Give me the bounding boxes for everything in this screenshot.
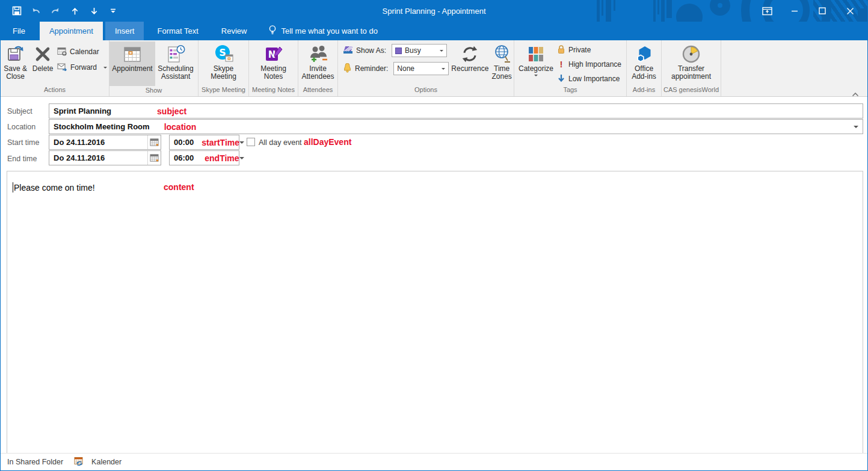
transfer-appointment-button[interactable]: Transfer appointment: [663, 42, 719, 81]
high-importance-button[interactable]: ! High Importance: [555, 59, 623, 70]
actions-small-column: Calendar Forward: [55, 42, 109, 73]
forward-button[interactable]: Forward: [55, 62, 109, 73]
undo-icon[interactable]: [31, 5, 42, 16]
office-addins-icon: [635, 43, 654, 65]
time-zones-icon: [493, 43, 511, 65]
delete-icon: [34, 43, 51, 65]
start-time-input[interactable]: 00:00 startTime: [169, 135, 239, 150]
meeting-notes-button[interactable]: N Meeting Notes: [251, 42, 297, 81]
status-folder[interactable]: Kalender: [91, 458, 122, 466]
end-time-value: 06:00: [174, 153, 194, 162]
ribbon-group-attendees: Invite Attendees Attendees: [298, 40, 338, 96]
customize-quick-access-icon[interactable]: [108, 5, 119, 16]
delete-button[interactable]: Delete: [30, 42, 55, 73]
reminder-label: Reminder:: [355, 64, 388, 73]
titlebar: Sprint Planning - Appointment: [1, 0, 867, 22]
appointment-form: Subject Sprint Planning subject Location…: [1, 97, 867, 171]
time-zones-label: Time Zones: [491, 65, 512, 81]
ribbon-group-cas: Transfer appointment CAS genesisWorld: [662, 40, 721, 96]
ribbon-display-options-icon[interactable]: [753, 0, 781, 22]
office-addins-button[interactable]: Office Add-ins: [628, 42, 660, 81]
appointment-body-editor[interactable]: Please come on time! content: [7, 171, 863, 454]
recurrence-label: Recurrence: [451, 65, 488, 73]
location-dropdown-caret-icon[interactable]: [854, 126, 858, 128]
tab-format-text[interactable]: Format Text: [147, 22, 208, 40]
close-icon[interactable]: [836, 0, 864, 22]
private-button[interactable]: Private: [555, 45, 623, 55]
busy-color-swatch: [395, 48, 402, 54]
invite-attendees-button[interactable]: Invite Attendees: [300, 42, 337, 81]
tell-me-box[interactable]: Tell me what you want to do: [268, 22, 377, 40]
ribbon-group-tags: Categorize Private ! High Importance: [514, 40, 627, 96]
reminder-dropdown[interactable]: None: [393, 62, 449, 75]
appointment-view-label: Appointment: [112, 65, 152, 73]
tab-review[interactable]: Review: [212, 22, 257, 40]
reminder-value: None: [397, 64, 414, 73]
appointment-view-icon: [123, 43, 142, 65]
show-as-value: Busy: [405, 46, 421, 55]
status-bar: In Shared Folder Kalender: [1, 453, 867, 470]
lightbulb-icon: [268, 25, 277, 37]
save-close-icon: [7, 43, 25, 65]
group-label-notes: Meeting Notes: [249, 85, 298, 96]
start-time-value: 00:00: [174, 138, 194, 147]
transfer-appointment-icon: [682, 43, 701, 65]
group-label-cas: CAS genesisWorld: [662, 85, 721, 96]
show-as-label: Show As:: [356, 46, 386, 55]
subject-value: Sprint Planning: [54, 106, 111, 115]
location-input[interactable]: Stockholm Meeting Room location: [49, 119, 863, 134]
office-addins-label: Office Add-ins: [630, 65, 659, 81]
all-day-checkbox[interactable]: [247, 138, 255, 146]
tab-appointment[interactable]: Appointment: [40, 22, 103, 40]
minimize-icon[interactable]: [781, 0, 808, 22]
skype-meeting-button[interactable]: S Skype Meeting: [200, 42, 247, 81]
end-date-value: Do 24.11.2016: [54, 153, 105, 162]
group-label-options: Options: [338, 85, 514, 96]
show-as-dropdown[interactable]: Busy: [392, 44, 447, 57]
subject-label: Subject: [7, 107, 32, 115]
start-time-label: Start time: [7, 138, 40, 147]
start-date-picker-button[interactable]: [147, 135, 161, 149]
end-time-label: End time: [7, 155, 37, 163]
collapse-ribbon-icon[interactable]: [852, 88, 859, 93]
forward-dropdown-caret-icon[interactable]: [103, 67, 107, 69]
high-importance-label: High Importance: [568, 60, 621, 69]
high-importance-icon: !: [557, 60, 565, 69]
calendar-button[interactable]: Calendar: [55, 46, 109, 57]
delete-label: Delete: [32, 65, 54, 73]
tell-me-label: Tell me what you want to do: [281, 26, 377, 35]
calendar-picker-icon: [150, 153, 159, 162]
show-as-icon: [343, 46, 353, 56]
save-close-button[interactable]: Save & Close: [1, 42, 30, 81]
start-date-input[interactable]: Do 24.11.2016: [49, 135, 161, 150]
ribbon-group-skype: S Skype Meeting Skype Meeting: [199, 40, 249, 96]
move-down-icon[interactable]: [88, 5, 99, 16]
svg-text:S: S: [219, 47, 226, 58]
tab-file[interactable]: File: [2, 22, 36, 40]
redo-icon[interactable]: [50, 5, 61, 16]
end-date-picker-button[interactable]: [147, 151, 161, 165]
low-importance-button[interactable]: Low Importance: [555, 73, 623, 84]
time-zones-button[interactable]: Time Zones: [490, 42, 514, 81]
end-time-input[interactable]: 06:00 endTime: [169, 150, 239, 165]
maximize-icon[interactable]: [808, 0, 836, 22]
scheduling-assistant-button[interactable]: Scheduling Assistant: [155, 42, 196, 81]
appointment-view-button[interactable]: Appointment: [109, 42, 155, 86]
subject-input[interactable]: Sprint Planning subject: [49, 103, 863, 119]
ribbon-spacer: [721, 40, 867, 96]
recurrence-button[interactable]: Recurrence: [450, 42, 490, 73]
low-importance-icon: [557, 73, 565, 84]
transfer-appointment-label: Transfer appointment: [665, 65, 718, 81]
group-label-actions: Actions: [1, 85, 109, 96]
end-date-input[interactable]: Do 24.11.2016: [49, 150, 161, 165]
save-icon[interactable]: [11, 5, 22, 16]
tab-insert[interactable]: Insert: [105, 22, 144, 40]
ribbon-group-notes: N Meeting Notes Meeting Notes: [249, 40, 298, 96]
invite-attendees-label: Invite Attendees: [301, 65, 335, 81]
categorize-button[interactable]: Categorize: [517, 42, 555, 76]
move-up-icon[interactable]: [69, 5, 80, 16]
group-label-tags: Tags: [514, 85, 626, 96]
group-label-show: Show: [109, 86, 198, 96]
private-label: Private: [568, 46, 591, 54]
text-cursor: [13, 182, 13, 192]
